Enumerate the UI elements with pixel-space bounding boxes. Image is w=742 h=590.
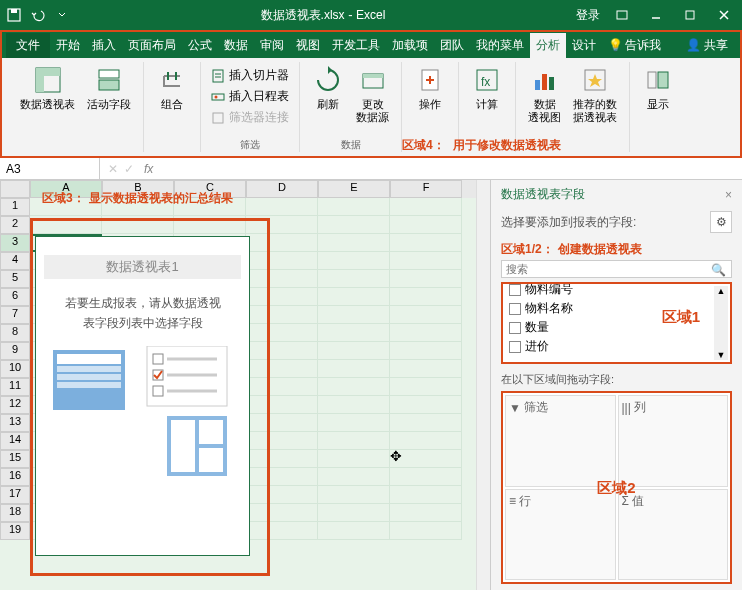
filter-connections-button[interactable]: 筛选器连接 <box>207 108 293 127</box>
tab-view[interactable]: 视图 <box>290 33 326 58</box>
field-checkbox[interactable] <box>509 322 521 334</box>
tab-layout[interactable]: 页面布局 <box>122 33 182 58</box>
cell[interactable] <box>390 270 462 288</box>
field-list[interactable]: 物料编号 物料名称 数量 进价 区域1 ▲▼ <box>501 282 732 364</box>
maximize-icon[interactable] <box>678 3 702 27</box>
cell[interactable] <box>390 288 462 306</box>
cell[interactable] <box>390 306 462 324</box>
cell[interactable] <box>318 234 390 252</box>
cell[interactable] <box>390 360 462 378</box>
cell[interactable] <box>318 252 390 270</box>
fx-icon[interactable]: fx <box>140 162 157 176</box>
cell[interactable] <box>318 504 390 522</box>
tab-mymenu[interactable]: 我的菜单 <box>470 33 530 58</box>
cell[interactable] <box>390 216 462 234</box>
tab-team[interactable]: 团队 <box>434 33 470 58</box>
close-icon[interactable] <box>712 3 736 27</box>
filter-area[interactable]: ▼筛选 <box>505 395 616 487</box>
cell[interactable] <box>390 378 462 396</box>
field-checkbox[interactable] <box>509 303 521 315</box>
row-header[interactable]: 19 <box>0 522 30 540</box>
field-label[interactable]: 数量 <box>525 319 549 336</box>
cell[interactable] <box>318 198 390 216</box>
columns-area[interactable]: |||列 <box>618 395 729 487</box>
row-header[interactable]: 17 <box>0 486 30 504</box>
row-header[interactable]: 3 <box>0 234 30 252</box>
show-button[interactable]: 显示 <box>636 62 680 113</box>
row-header[interactable]: 14 <box>0 432 30 450</box>
field-label[interactable]: 进价 <box>525 338 549 355</box>
row-header[interactable]: 18 <box>0 504 30 522</box>
undo-icon[interactable] <box>30 7 46 23</box>
cell[interactable] <box>390 504 462 522</box>
row-header[interactable]: 11 <box>0 378 30 396</box>
refresh-button[interactable]: 刷新 <box>306 62 350 126</box>
cell[interactable] <box>318 288 390 306</box>
cell[interactable] <box>318 378 390 396</box>
col-header-D[interactable]: D <box>246 180 318 198</box>
cell[interactable] <box>390 396 462 414</box>
login-link[interactable]: 登录 <box>576 7 600 24</box>
share-button[interactable]: 👤共享 <box>678 33 736 58</box>
cell[interactable] <box>390 486 462 504</box>
tab-design[interactable]: 设计 <box>566 33 602 58</box>
minimize-icon[interactable] <box>644 3 668 27</box>
calc-button[interactable]: fx计算 <box>465 62 509 113</box>
row-header[interactable]: 12 <box>0 396 30 414</box>
cell[interactable] <box>390 522 462 540</box>
row-header[interactable]: 7 <box>0 306 30 324</box>
tab-insert[interactable]: 插入 <box>86 33 122 58</box>
cell[interactable] <box>318 414 390 432</box>
pivot-chart-button[interactable]: 数据 透视图 <box>522 62 567 126</box>
tab-file[interactable]: 文件 <box>6 33 50 58</box>
cancel-formula-icon[interactable]: ✕ <box>108 162 118 176</box>
ribbon-display-icon[interactable] <box>610 3 634 27</box>
enter-formula-icon[interactable]: ✓ <box>124 162 134 176</box>
cell[interactable] <box>390 234 462 252</box>
insert-slicer-button[interactable]: 插入切片器 <box>207 66 293 85</box>
vertical-scrollbar[interactable] <box>476 180 490 590</box>
row-header[interactable]: 15 <box>0 450 30 468</box>
cell[interactable] <box>318 432 390 450</box>
cell[interactable] <box>318 486 390 504</box>
cell[interactable] <box>318 360 390 378</box>
pivot-table-button[interactable]: 数据透视表 <box>14 62 81 113</box>
row-header[interactable]: 10 <box>0 360 30 378</box>
worksheet-grid[interactable]: 区域3： 显示数据透视表的汇总结果 A B C D E F 1234567891… <box>0 180 476 590</box>
row-header[interactable]: 2 <box>0 216 30 234</box>
tab-formula[interactable]: 公式 <box>182 33 218 58</box>
tab-data[interactable]: 数据 <box>218 33 254 58</box>
tell-me[interactable]: 💡告诉我 <box>608 37 661 54</box>
cell[interactable] <box>390 324 462 342</box>
row-header[interactable]: 1 <box>0 198 30 216</box>
row-header[interactable]: 6 <box>0 288 30 306</box>
row-header[interactable]: 16 <box>0 468 30 486</box>
cell[interactable] <box>390 252 462 270</box>
field-search-input[interactable] <box>501 260 732 278</box>
col-header-F[interactable]: F <box>390 180 462 198</box>
col-header-E[interactable]: E <box>318 180 390 198</box>
cell[interactable] <box>318 270 390 288</box>
active-field-button[interactable]: 活动字段 <box>81 62 137 113</box>
field-label[interactable]: 物料名称 <box>525 300 573 317</box>
cell[interactable] <box>318 450 390 468</box>
tab-review[interactable]: 审阅 <box>254 33 290 58</box>
pane-close-icon[interactable]: × <box>725 188 732 202</box>
cell[interactable] <box>390 342 462 360</box>
cell[interactable] <box>390 414 462 432</box>
rows-area[interactable]: ≡行 <box>505 489 616 581</box>
field-list-scrollbar[interactable]: ▲▼ <box>714 286 728 360</box>
name-box[interactable]: A3 <box>0 158 100 179</box>
cell[interactable] <box>318 396 390 414</box>
row-header[interactable]: 9 <box>0 342 30 360</box>
cell[interactable] <box>318 342 390 360</box>
field-label[interactable]: 物料编号 <box>525 282 573 298</box>
row-header[interactable]: 4 <box>0 252 30 270</box>
field-checkbox[interactable] <box>509 341 521 353</box>
cell[interactable] <box>390 468 462 486</box>
row-header[interactable]: 8 <box>0 324 30 342</box>
insert-timeline-button[interactable]: 插入日程表 <box>207 87 293 106</box>
save-icon[interactable] <box>6 7 22 23</box>
tab-home[interactable]: 开始 <box>50 33 86 58</box>
group-button[interactable]: 组合 <box>150 62 194 113</box>
